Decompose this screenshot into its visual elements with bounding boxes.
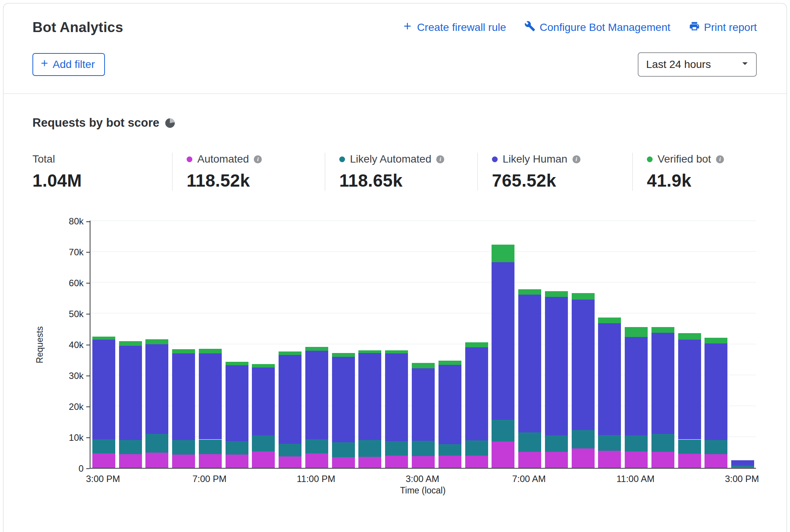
header-controls-row: Add filter Last 24 hours [32, 52, 757, 77]
bar-segment-verified-bot [598, 318, 621, 323]
bar-segment-likely-human [305, 351, 328, 439]
x-axis-tick-label: 7:00 PM [192, 474, 226, 484]
bar-segment-likely-automated [119, 440, 142, 454]
x-axis-tick-label: 3:00 PM [725, 474, 759, 484]
bar-segment-likely-automated [705, 440, 727, 454]
section-title-row: Requests by bot score [32, 116, 756, 130]
bar-segment-likely-automated [145, 434, 168, 453]
bar-segment-verified-bot [492, 245, 514, 262]
add-filter-button[interactable]: Add filter [32, 53, 105, 76]
stat-value: 1.04M [32, 170, 164, 191]
x-axis-tick-label: 3:00 PM [86, 474, 120, 484]
bar-segment-verified-bot [572, 293, 595, 299]
stat-likely-human: Likely Human i 765.52k [477, 153, 632, 191]
bar-segment-verified-bot [625, 327, 648, 337]
bar-segment-verified-bot [412, 363, 435, 369]
y-axis: 010k20k30k40k50k60k70k80k [48, 221, 90, 469]
bar-segment-automated [625, 451, 648, 468]
verified-bot-legend-dot [647, 156, 653, 162]
bar-segment-likely-automated [358, 440, 381, 457]
bar-segment-automated [119, 454, 142, 468]
bar-segment-automated [358, 457, 381, 468]
bar-segment-likely-human [252, 368, 275, 435]
info-icon[interactable]: i [716, 155, 724, 163]
bar-segment-likely-human [226, 365, 248, 441]
page-title: Bot Analytics [32, 19, 123, 35]
bar-segment-automated [145, 453, 168, 468]
bar-segment-likely-human [518, 295, 541, 432]
configure-bot-management-link[interactable]: Configure Bot Management [524, 21, 670, 34]
bar-segment-likely-automated [172, 440, 195, 455]
bar-segment-automated [572, 448, 595, 468]
bar-segment-automated [305, 453, 328, 468]
bar-segment-automated [199, 454, 222, 468]
info-icon[interactable]: i [254, 155, 262, 163]
stat-label: Total [32, 153, 55, 165]
bar-segment-likely-automated [385, 441, 408, 456]
bar-segment-likely-automated [625, 435, 648, 451]
bar-segment-verified-bot [358, 350, 381, 353]
bar-segment-likely-human [651, 333, 674, 434]
create-firewall-rule-link[interactable]: Create firewall rule [402, 21, 506, 34]
bar-segment-verified-bot [439, 361, 461, 365]
bar-segment-likely-human [705, 343, 727, 440]
bar-segment-likely-human [598, 323, 621, 435]
stats-row: Total 1.04M Automated i 118.52k Likely A… [32, 153, 756, 191]
info-icon[interactable]: i [572, 155, 580, 163]
pie-chart-icon [165, 118, 175, 128]
bar-segment-likely-automated [731, 466, 754, 467]
time-range-select[interactable]: Last 24 hours [638, 52, 757, 77]
action-label: Create firewall rule [417, 21, 506, 34]
bar-segment-verified-bot [305, 347, 328, 351]
grid-line [90, 313, 756, 313]
bar-segment-automated [412, 456, 435, 468]
stat-label: Automated [197, 153, 249, 165]
grid-line [90, 221, 756, 221]
header-actions: Create firewall rule Configure Bot Manag… [402, 21, 757, 34]
y-axis-tick [86, 252, 90, 253]
y-axis-tick-label: 20k [69, 401, 84, 412]
bar-segment-likely-automated [492, 420, 514, 442]
time-range-value: Last 24 hours [646, 58, 711, 71]
bar-segment-likely-human [492, 262, 514, 420]
bar-segment-likely-human [731, 460, 754, 466]
stat-automated: Automated i 118.52k [172, 153, 325, 191]
bar-segment-likely-automated [651, 434, 674, 452]
bar-segment-likely-automated [678, 440, 701, 454]
bar-segment-likely-automated [518, 432, 541, 452]
bar-segment-likely-human [358, 353, 381, 440]
bar-segment-verified-bot [678, 333, 701, 340]
x-axis-tick-label: 11:00 AM [616, 474, 655, 484]
bar-segment-likely-human [678, 340, 701, 440]
bar-segment-verified-bot [145, 339, 168, 344]
stat-value: 118.65k [339, 170, 470, 191]
bar-segment-likely-automated [332, 442, 355, 457]
bar-segment-automated [545, 452, 568, 468]
print-report-link[interactable]: Print report [689, 21, 757, 34]
bar-segment-verified-bot [226, 362, 248, 365]
bar-segment-verified-bot [199, 349, 222, 353]
bar-segment-likely-human [545, 297, 568, 435]
y-axis-tick-label: 70k [69, 247, 84, 258]
bar-segment-automated [252, 451, 275, 468]
bar-segment-likely-human [412, 368, 435, 441]
y-axis-tick-label: 80k [69, 216, 84, 227]
bar-segment-automated [92, 453, 115, 468]
bar-segment-likely-automated [305, 439, 328, 453]
bar-segment-verified-bot [279, 351, 301, 355]
bar-segment-likely-automated [412, 441, 435, 456]
y-axis-tick [86, 437, 90, 438]
bar-segment-likely-human [625, 337, 648, 435]
bar-segment-likely-automated [279, 444, 301, 456]
bar-segment-likely-human [572, 300, 595, 430]
section-title: Requests by bot score [32, 116, 159, 130]
bar-segment-likely-human [385, 353, 408, 441]
stat-value: 765.52k [492, 170, 625, 191]
bar-segment-automated [385, 456, 408, 468]
bar-segment-likely-human [332, 357, 355, 442]
bar-segment-automated [172, 455, 195, 468]
bar-segment-automated [332, 457, 355, 468]
bar-segment-automated [678, 454, 701, 468]
plus-icon [39, 58, 50, 71]
info-icon[interactable]: i [436, 155, 444, 163]
